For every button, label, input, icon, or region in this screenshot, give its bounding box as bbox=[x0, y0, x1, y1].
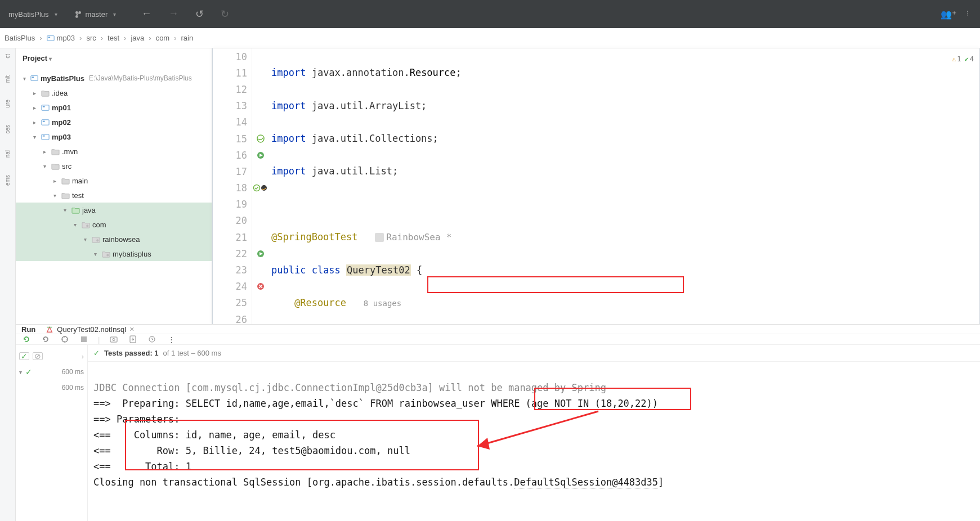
filter-row: ✓ ⊘ › bbox=[19, 348, 84, 364]
line-number[interactable]: 22 bbox=[213, 245, 252, 262]
breadcrumb-item[interactable]: com bbox=[156, 34, 170, 42]
console-line: <== Total: 1 bbox=[93, 461, 191, 472]
inspection-widget[interactable]: 1 4 bbox=[952, 51, 974, 68]
tool-problems[interactable]: ems bbox=[5, 175, 11, 186]
console-line: ==> Parameters: bbox=[93, 414, 180, 425]
tool-project[interactable]: ct bbox=[5, 54, 11, 59]
stop-button[interactable] bbox=[79, 334, 89, 344]
pkg-icon bbox=[81, 220, 90, 229]
line-number[interactable]: 21 bbox=[213, 229, 252, 245]
line-number[interactable]: 19 bbox=[213, 196, 252, 213]
folder-icon bbox=[51, 161, 60, 170]
tree-node[interactable]: mybatisplus bbox=[16, 246, 212, 261]
run-config-tab[interactable]: QueryTest02.notInsql × bbox=[46, 325, 134, 334]
breadcrumb-item[interactable]: BatisPlus bbox=[5, 34, 35, 42]
gutter-icon-slot bbox=[252, 114, 269, 131]
gutter-icon-slot bbox=[252, 65, 269, 81]
more-button[interactable]: ⋮ bbox=[166, 334, 176, 344]
check-icon: ✓ bbox=[93, 349, 100, 357]
gutter-icon-slot[interactable] bbox=[252, 180, 269, 196]
breadcrumb-item[interactable]: mp03 bbox=[47, 34, 75, 42]
close-icon[interactable]: × bbox=[129, 325, 134, 334]
line-number[interactable]: 11 bbox=[213, 65, 252, 81]
annotation-arrow bbox=[466, 407, 612, 457]
gutter-icon-slot bbox=[252, 81, 269, 97]
rerun-failed-button[interactable] bbox=[41, 334, 51, 344]
more-icon[interactable]: ⁝ bbox=[966, 9, 969, 20]
line-number[interactable]: 20 bbox=[213, 213, 252, 229]
gutter-icon-slot bbox=[252, 163, 269, 179]
tree-node[interactable]: com bbox=[16, 217, 212, 232]
branch-icon bbox=[74, 10, 82, 18]
gutter-icon-slot[interactable] bbox=[252, 147, 269, 163]
gutter-icon-slot bbox=[252, 98, 269, 114]
branch-selector[interactable]: master bbox=[74, 10, 117, 19]
svg-marker-29 bbox=[477, 438, 490, 450]
line-number[interactable]: 13 bbox=[213, 98, 252, 114]
tree-node[interactable]: mp02 bbox=[16, 115, 212, 129]
tree-node[interactable]: mp03 bbox=[16, 129, 212, 144]
svg-point-10 bbox=[86, 224, 88, 227]
collaborate-icon[interactable]: 👥⁺ bbox=[941, 9, 956, 20]
tree-root[interactable]: myBatisPlus E:\Java\MyBatis-Plus\myBatis… bbox=[16, 71, 212, 86]
breadcrumb-item[interactable]: java bbox=[131, 34, 144, 42]
undo-button[interactable]: ↺ bbox=[195, 8, 204, 20]
tool-terminal[interactable]: nal bbox=[5, 150, 11, 158]
tool-commit[interactable]: mit bbox=[5, 75, 11, 83]
tree-node[interactable]: test bbox=[16, 188, 212, 203]
breadcrumb-item[interactable]: test bbox=[108, 34, 119, 42]
line-number[interactable]: 18 bbox=[213, 180, 252, 196]
line-number[interactable]: 24 bbox=[213, 279, 252, 295]
svg-point-15 bbox=[254, 185, 260, 191]
pkg-icon bbox=[101, 249, 110, 258]
svg-rect-7 bbox=[42, 120, 44, 122]
tree-node[interactable]: rainbowsea bbox=[16, 232, 212, 246]
tree-node[interactable]: src bbox=[16, 159, 212, 173]
redo-button[interactable]: ↻ bbox=[221, 8, 229, 20]
show-passed-toggle[interactable]: ✓ bbox=[19, 352, 29, 360]
line-number[interactable]: 15 bbox=[213, 131, 252, 147]
line-number[interactable]: 23 bbox=[213, 262, 252, 278]
gutter-icon-slot bbox=[252, 196, 269, 213]
svg-rect-5 bbox=[42, 106, 44, 107]
nav-buttons: ← → ↺ ↻ bbox=[141, 8, 229, 20]
line-number[interactable]: 14 bbox=[213, 114, 252, 131]
project-pane-header[interactable]: Project bbox=[16, 48, 212, 69]
line-number[interactable]: 25 bbox=[213, 295, 252, 311]
run-toolbar: | ⋮ bbox=[16, 334, 980, 345]
show-ignored-toggle[interactable]: ⊘ bbox=[33, 352, 43, 360]
gutter-icon-slot bbox=[252, 48, 269, 65]
tool-services[interactable]: ces bbox=[5, 125, 11, 134]
tree-node[interactable]: main bbox=[16, 173, 212, 188]
console-output[interactable]: JDBC Connection [com.mysql.cj.jdbc.Conne… bbox=[88, 362, 980, 521]
breadcrumb-item[interactable]: src bbox=[86, 34, 96, 42]
run-tab[interactable]: Run bbox=[21, 325, 35, 334]
gutter-icon-slot[interactable] bbox=[252, 245, 269, 262]
tool-structure[interactable]: ure bbox=[5, 100, 11, 107]
gutter-icon-slot[interactable] bbox=[252, 131, 269, 147]
module-icon bbox=[47, 34, 55, 42]
project-selector[interactable]: myBatisPlus bbox=[0, 7, 66, 22]
tree-node[interactable]: .idea bbox=[16, 86, 212, 100]
breadcrumb-item[interactable]: rain bbox=[181, 34, 194, 42]
breadcrumb: BatisPlus mp03 src test java com rain bbox=[0, 28, 980, 48]
rerun-button[interactable] bbox=[21, 334, 32, 344]
export-button[interactable] bbox=[128, 334, 138, 344]
forward-button[interactable]: → bbox=[168, 8, 178, 20]
tree-node[interactable]: .mvn bbox=[16, 144, 212, 159]
screenshot-button[interactable] bbox=[109, 334, 119, 344]
history-button[interactable] bbox=[147, 334, 157, 344]
folder-icon bbox=[61, 191, 70, 200]
gutter-icon-slot bbox=[252, 262, 269, 278]
tree-node[interactable]: java bbox=[16, 203, 212, 217]
test-result-row[interactable]: ▾✓600 ms bbox=[19, 364, 84, 380]
line-number[interactable]: 16 bbox=[213, 147, 252, 163]
test-result-row[interactable]: 600 ms bbox=[19, 380, 84, 396]
line-number[interactable]: 12 bbox=[213, 81, 252, 97]
gutter-icon-slot[interactable] bbox=[252, 279, 269, 295]
toggle-auto-button[interactable] bbox=[60, 334, 70, 344]
line-number[interactable]: 17 bbox=[213, 163, 252, 179]
back-button[interactable]: ← bbox=[141, 8, 151, 20]
line-number[interactable]: 10 bbox=[213, 48, 252, 65]
tree-node[interactable]: mp01 bbox=[16, 100, 212, 115]
